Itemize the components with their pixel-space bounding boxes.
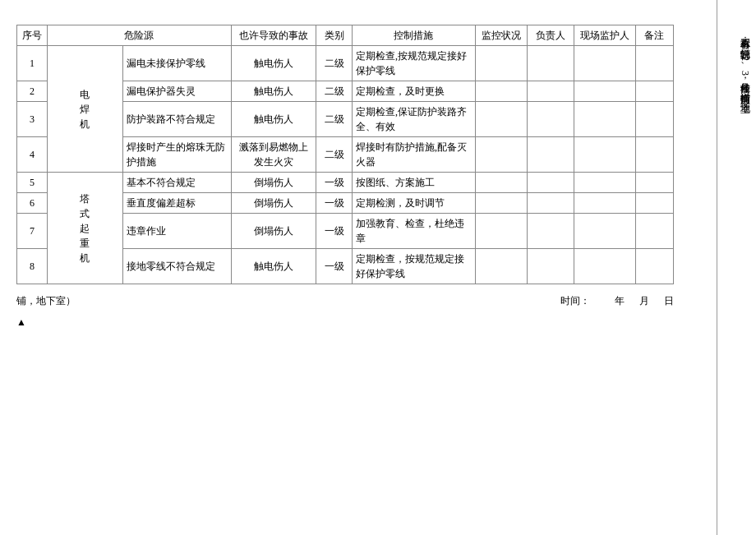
cell-seq: 8 [17, 249, 48, 284]
cell-category: 一级 [316, 249, 353, 284]
footer-time-label: 时间： [560, 295, 590, 307]
cell-accident: 倒塌伤人 [231, 214, 316, 249]
cell-control: 焊接时有防护措施,配备灭火器 [353, 137, 475, 173]
cell-control: 定期检测，及时调节 [353, 193, 475, 214]
header-monitor: 监控状况 [475, 25, 527, 46]
table-header-row: 序号 危险源 也许导致的事故 类别 控制措施 监控状况 负责人 现场监护人 备注 [17, 25, 674, 46]
cell-responsible [527, 81, 574, 102]
cell-accident: 触电伤人 [231, 102, 316, 137]
cell-accident: 倒塌伤人 [231, 173, 316, 193]
cell-hazard-source: 垂直度偏差超标 [122, 193, 231, 214]
cell-monitor [475, 46, 527, 81]
cell-accident: 触电伤人 [231, 81, 316, 102]
cell-responsible [527, 173, 574, 193]
cell-responsible [527, 137, 574, 173]
cell-category: 二级 [316, 102, 353, 137]
cell-seq: 2 [17, 81, 48, 102]
cell-monitor [475, 81, 527, 102]
cell-monitor [475, 137, 527, 173]
header-site-guardian: 现场监护人 [574, 25, 636, 46]
cell-seq: 7 [17, 214, 48, 249]
cell-hazard-source: 违章作业 [122, 214, 231, 249]
header-category: 类别 [316, 25, 353, 46]
footer-area: 铺，地下室） 时间： 年 月 日 [16, 294, 674, 308]
header-notes: 备注 [635, 25, 673, 46]
cell-responsible [527, 193, 574, 214]
cell-responsible [527, 46, 574, 81]
header-responsible: 负责人 [527, 25, 574, 46]
cell-notes [635, 249, 673, 284]
cell-hazard-source: 漏电保护器失灵 [122, 81, 231, 102]
cell-hazard-source: 接地零线不符合规定 [122, 249, 231, 284]
cell-category: 二级 [316, 81, 353, 102]
cell-accident: 溅落到易燃物上发生火灾 [231, 137, 316, 173]
cell-hazard-source: 基本不符合规定 [122, 173, 231, 193]
cell-seq: 4 [17, 137, 48, 173]
cell-site-guardian [574, 173, 636, 193]
cell-control: 加强教育、检查，杜绝违章 [353, 214, 475, 249]
cell-seq: 5 [17, 173, 48, 193]
cell-monitor [475, 102, 527, 137]
footer-year-label: 年 [615, 295, 625, 307]
cell-category: 一级 [316, 214, 353, 249]
cell-category: 一级 [316, 173, 353, 193]
cell-site-guardian [574, 214, 636, 249]
hazard-table: 序号 危险源 也许导致的事故 类别 控制措施 监控状况 负责人 现场监护人 备注… [16, 25, 674, 284]
footer-time: 时间： 年 月 日 [560, 294, 674, 308]
cell-site-guardian [574, 81, 636, 102]
cell-monitor [475, 214, 527, 249]
cell-seq: 1 [17, 46, 48, 81]
cell-site-guardian [574, 137, 636, 173]
cell-site-guardian [574, 193, 636, 214]
cell-responsible [527, 249, 574, 284]
cell-notes [635, 46, 673, 81]
cell-hazard-group: 电焊机 [47, 46, 122, 173]
cell-accident: 触电伤人 [231, 249, 316, 284]
cell-accident: 倒塌伤人 [231, 193, 316, 214]
cell-responsible [527, 102, 574, 137]
footer-month-label: 月 [639, 295, 649, 307]
cell-category: 二级 [316, 137, 353, 173]
cell-hazard-source: 防护装路不符合规定 [122, 102, 231, 137]
header-accident: 也许导致的事故 [231, 25, 316, 46]
cell-hazard-source: 漏电未接保护零线 [122, 46, 231, 81]
cell-seq: 6 [17, 193, 48, 214]
table-row: 1 电焊机 漏电未接保护零线 触电伤人 二级 定期检查,按规范规定接好保护零线 [17, 46, 674, 81]
cell-responsible [527, 214, 574, 249]
project-name-text: 工程名称：朗悦轩（1、2、3号商住楼，横街商铺，地下室） [737, 7, 753, 528]
edit-mark: ▲ [16, 316, 715, 329]
cell-notes [635, 173, 673, 193]
footer-day-label: 日 [664, 295, 674, 307]
main-table-area: 序号 危险源 也许导致的事故 类别 控制措施 监控状况 负责人 现场监护人 备注… [16, 25, 674, 284]
cell-category: 二级 [316, 46, 353, 81]
cell-accident: 触电伤人 [231, 46, 316, 81]
cell-notes [635, 193, 673, 214]
cell-notes [635, 102, 673, 137]
cell-seq: 3 [17, 102, 48, 137]
project-name-sidebar: 工程名称：朗悦轩（1、2、3号商住楼，横街商铺，地下室） [717, 0, 756, 535]
cell-site-guardian [574, 249, 636, 284]
cell-site-guardian [574, 46, 636, 81]
cell-control: 定期检查，按规范规定接好保护零线 [353, 249, 475, 284]
cell-site-guardian [574, 102, 636, 137]
cell-category: 一级 [316, 193, 353, 214]
cell-hazard-group: 塔式起重机 [47, 173, 122, 284]
cell-control: 定期检查，及时更换 [353, 81, 475, 102]
cell-control: 定期检查,按规范规定接好保护零线 [353, 46, 475, 81]
cell-control: 定期检查,保证防护装路齐全、有效 [353, 102, 475, 137]
cell-hazard-source: 焊接时产生的熔珠无防护措施 [122, 137, 231, 173]
cell-notes [635, 214, 673, 249]
cell-notes [635, 137, 673, 173]
cell-monitor [475, 249, 527, 284]
table-row: 5 塔式起重机 基本不符合规定 倒塌伤人 一级 按图纸、方案施工 [17, 173, 674, 193]
cell-control: 按图纸、方案施工 [353, 173, 475, 193]
header-control: 控制措施 [353, 25, 475, 46]
header-hazard: 危险源 [47, 25, 231, 46]
footer-left-text: 铺，地下室） [16, 294, 76, 308]
cell-notes [635, 81, 673, 102]
cell-monitor [475, 193, 527, 214]
cell-monitor [475, 173, 527, 193]
header-seq: 序号 [17, 25, 48, 46]
